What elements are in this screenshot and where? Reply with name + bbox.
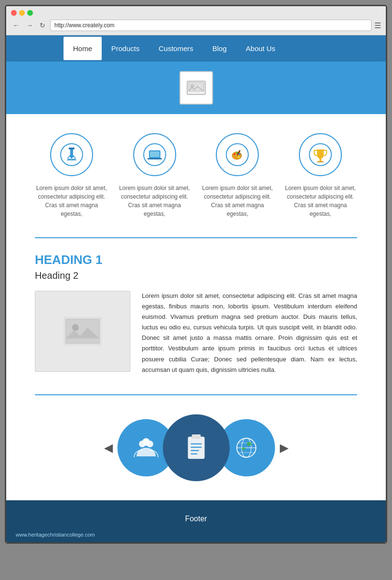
minimize-button[interactable] — [19, 10, 25, 16]
site-navigation: Home Products Customers Blog About Us — [6, 35, 386, 62]
svg-rect-5 — [69, 148, 74, 149]
carousel-section: ◀ — [6, 395, 386, 500]
svg-point-16 — [233, 153, 235, 155]
features-section: Lorem ipsum dolor sit amet, consectetur … — [6, 114, 386, 237]
feature-icon-laptop — [133, 133, 176, 176]
forward-button[interactable]: → — [24, 21, 35, 30]
hero-image — [180, 71, 213, 105]
main-content-section: HEADING 1 Heading 2 Lorem ipsum dolor si… — [6, 238, 386, 390]
site-footer: Footer www.heritagechristiancollege.com — [6, 500, 386, 542]
feature-text-2: Lorem ipsum dolor sit amet, consectetur … — [118, 184, 191, 218]
svg-rect-33 — [191, 446, 201, 447]
svg-point-2 — [191, 84, 194, 87]
svg-rect-32 — [191, 443, 201, 444]
feature-text-1: Lorem ipsum dolor sit amet, consectetur … — [35, 184, 108, 218]
svg-rect-34 — [191, 450, 199, 451]
feature-text-4: Lorem ipsum dolor sit amet, consectetur … — [284, 184, 357, 218]
nav-item-about[interactable]: About Us — [236, 37, 285, 60]
traffic-lights — [11, 10, 33, 16]
svg-rect-23 — [317, 161, 324, 162]
nav-item-home[interactable]: Home — [64, 37, 102, 60]
close-button[interactable] — [11, 10, 17, 16]
svg-rect-13 — [148, 158, 162, 159]
hero-section — [6, 62, 386, 114]
svg-rect-31 — [191, 434, 201, 439]
svg-point-26 — [72, 324, 79, 331]
website-content: Home Products Customers Blog About Us — [6, 35, 386, 542]
feature-icon-trophy — [299, 133, 342, 176]
svg-rect-22 — [319, 159, 321, 161]
svg-rect-25 — [66, 319, 99, 343]
nav-item-customers[interactable]: Customers — [149, 37, 203, 60]
browser-menu-button[interactable]: ☰ — [374, 21, 381, 30]
feature-item-3: Lorem ipsum dolor sit amet, consectetur … — [201, 133, 275, 218]
nav-item-blog[interactable]: Blog — [203, 37, 236, 60]
carousel-prev-button[interactable]: ◀ — [104, 441, 113, 454]
svg-rect-8 — [71, 157, 73, 158]
svg-point-42 — [242, 447, 245, 450]
browser-nav-bar: ← → ↻ ☰ — [11, 20, 381, 31]
footer-url: www.heritagechristiancollege.com — [16, 532, 95, 538]
main-heading-1: HEADING 1 — [35, 253, 357, 267]
main-heading-2: Heading 2 — [35, 270, 357, 281]
svg-point-41 — [247, 442, 252, 446]
maximize-button[interactable] — [27, 10, 33, 16]
address-bar[interactable] — [50, 20, 371, 31]
feature-item-2: Lorem ipsum dolor sit amet, consectetur … — [118, 133, 191, 218]
carousel-item-clipboard[interactable] — [163, 414, 230, 481]
browser-chrome: ← → ↻ ☰ — [6, 6, 386, 35]
footer-title: Footer — [35, 515, 357, 523]
feature-text-3: Lorem ipsum dolor sit amet, consectetur … — [201, 184, 275, 218]
svg-rect-12 — [150, 151, 159, 157]
content-row: Lorem ipsum dolor sit amet, consectetur … — [35, 291, 357, 375]
svg-point-18 — [239, 153, 241, 155]
reload-button[interactable]: ↻ — [38, 21, 47, 30]
content-image-placeholder — [35, 291, 130, 372]
feature-icon-microscope — [50, 133, 93, 176]
svg-rect-9 — [67, 159, 76, 160]
carousel-items — [122, 414, 270, 481]
browser-window: ← → ↻ ☰ Home Products Customers Blog Abo… — [5, 5, 387, 544]
carousel-next-button[interactable]: ▶ — [280, 441, 288, 454]
svg-point-29 — [142, 438, 150, 446]
feature-item-1: Lorem ipsum dolor sit amet, consectetur … — [35, 133, 108, 218]
content-body-text: Lorem ipsum dolor sit amet, consectetur … — [142, 291, 357, 375]
svg-rect-4 — [70, 148, 73, 155]
nav-item-products[interactable]: Products — [102, 37, 149, 60]
feature-item-4: Lorem ipsum dolor sit amet, consectetur … — [284, 133, 357, 218]
svg-rect-35 — [191, 453, 197, 454]
feature-icon-palette — [216, 133, 259, 176]
svg-point-19 — [238, 156, 240, 158]
back-button[interactable]: ← — [11, 21, 21, 30]
